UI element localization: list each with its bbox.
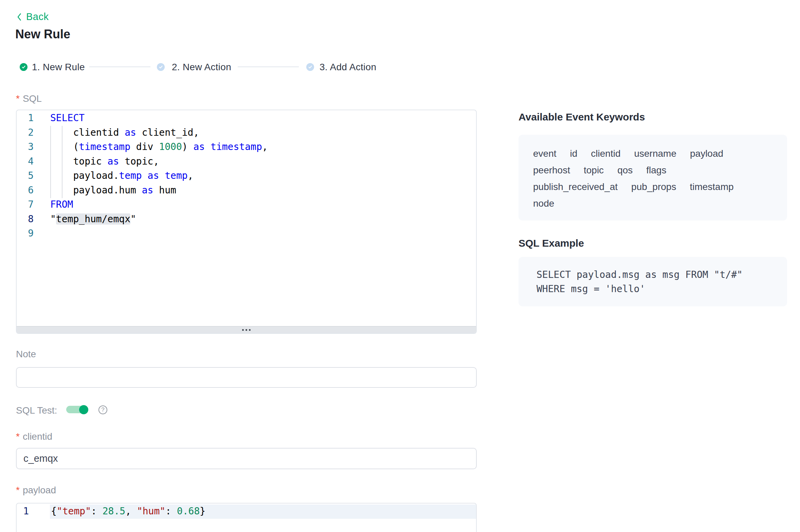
code-line: clientid as client_id,: [50, 126, 268, 140]
step-1-label: 1. New Rule: [32, 62, 85, 73]
code-line: {"temp": 28.5, "hum": 0.68}: [51, 504, 205, 518]
keyword: topic: [584, 165, 604, 175]
required-asterisk: *: [16, 94, 20, 103]
code-line: FROM: [50, 197, 268, 212]
line-number: 5: [17, 169, 34, 183]
line-number: 6: [17, 183, 34, 198]
note-field-label: Note: [16, 349, 36, 359]
keywords-panel-title: Available Event Keywords: [519, 111, 645, 123]
line-number: 8: [17, 212, 34, 227]
line-number: 3: [17, 140, 34, 154]
payload-editor[interactable]: 1 {"temp": 28.5, "hum": 0.68}: [16, 503, 477, 532]
keyword: peerhost: [533, 165, 570, 175]
keyword: flags: [646, 165, 666, 175]
code-line: payload.hum as hum: [50, 183, 268, 198]
keyword: qos: [617, 165, 633, 175]
step-1-check-icon: [20, 63, 28, 71]
sql-example-panel: SELECT payload.msg as msg FROM "t/#"WHER…: [519, 257, 787, 306]
code-line: SELECT: [50, 111, 268, 126]
required-asterisk: *: [16, 432, 20, 441]
payload-field-label-text: payload: [23, 486, 56, 495]
code-line: topic as topic,: [50, 154, 268, 169]
sql-example-title: SQL Example: [519, 238, 584, 249]
line-number: 1: [17, 504, 29, 518]
keyword: timestamp: [690, 182, 733, 192]
step-divider-2: [238, 66, 299, 67]
required-asterisk: *: [16, 486, 20, 495]
keyword: payload: [690, 148, 723, 159]
keywords-list: eventidclientidusernamepayloadpeerhostto…: [519, 135, 787, 222]
back-label: Back: [26, 11, 49, 22]
payload-code[interactable]: {"temp": 28.5, "hum": 0.68}: [51, 504, 205, 518]
sql-example-code: SELECT payload.msg as msg FROM "t/#"WHER…: [519, 257, 787, 296]
line-number: 2: [17, 126, 34, 140]
resize-dot: [242, 329, 244, 331]
payload-field-label: * payload: [16, 486, 56, 495]
sql-editor-resize-handle[interactable]: [17, 326, 476, 333]
code-line: (timestamp div 1000) as timestamp,: [50, 140, 268, 154]
note-field-label-text: Note: [16, 349, 36, 359]
resize-dot: [246, 329, 247, 331]
sql-field-label-text: SQL: [23, 94, 42, 103]
code-line: "temp_hum/emqx": [50, 212, 268, 227]
step-3-check-icon: [306, 63, 314, 71]
step-2-label: 2. New Action: [172, 62, 231, 73]
sql-field-label: * SQL: [16, 94, 42, 103]
clientid-value: c_emqx: [23, 453, 58, 464]
keyword: pub_props: [631, 182, 676, 192]
code-line: [50, 226, 268, 241]
keyword-row: node: [533, 195, 772, 212]
keyword: node: [533, 198, 554, 209]
sql-test-label: SQL Test:: [16, 406, 57, 415]
help-icon[interactable]: ?: [98, 405, 107, 414]
clientid-field-label-text: clientid: [23, 432, 52, 441]
payload-gutter: 1: [17, 504, 29, 518]
clientid-field-label: * clientid: [16, 432, 52, 441]
keyword: username: [634, 148, 676, 159]
note-input[interactable]: [16, 367, 477, 388]
keywords-panel: eventidclientidusernamepayloadpeerhostto…: [519, 135, 787, 221]
keyword: publish_received_at: [533, 182, 618, 192]
line-number: 4: [17, 154, 34, 169]
help-glyph: ?: [101, 406, 104, 413]
keyword-row: peerhosttopicqosflags: [533, 162, 772, 178]
resize-dot: [249, 329, 251, 331]
back-link[interactable]: Back: [15, 11, 49, 22]
keyword-row: publish_received_atpub_propstimestamp: [533, 178, 772, 195]
page-title: New Rule: [15, 27, 70, 41]
sql-gutter: 123456789: [17, 111, 34, 241]
sql-example-line: WHERE msg = 'hello': [537, 282, 787, 296]
sql-test-label-text: SQL Test:: [16, 406, 57, 415]
sql-test-toggle-knob[interactable]: [79, 405, 88, 414]
sql-editor[interactable]: 123456789 SELECT clientid as client_id, …: [16, 110, 477, 334]
line-number: 7: [17, 197, 34, 212]
keyword: event: [533, 148, 557, 159]
chevron-left-icon: [15, 13, 23, 21]
sql-code[interactable]: SELECT clientid as client_id, (timestamp…: [50, 111, 268, 241]
step-3-label: 3. Add Action: [320, 62, 376, 73]
new-rule-page: { "page": { "back": "Back", "title": "Ne…: [0, 0, 800, 532]
step-divider-1: [89, 66, 150, 67]
sql-example-line: SELECT payload.msg as msg FROM "t/#": [537, 268, 787, 282]
line-number: 9: [17, 226, 34, 241]
keyword: id: [570, 148, 578, 159]
line-number: 1: [17, 111, 34, 126]
keyword: clientid: [591, 148, 620, 159]
code-line: payload.temp as temp,: [50, 169, 268, 183]
clientid-input[interactable]: c_emqx: [16, 448, 477, 469]
keyword-row: eventidclientidusernamepayload: [533, 145, 772, 162]
step-2-check-icon: [157, 63, 165, 71]
